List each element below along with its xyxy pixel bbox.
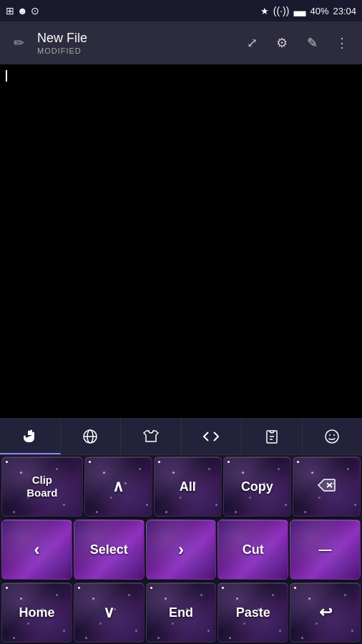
paste-key[interactable]: Paste (217, 582, 288, 643)
settings-button[interactable]: ⚙ (270, 31, 293, 54)
android-icon: ☻ (17, 5, 28, 16)
title-actions: ⤢ ⚙ ✎ ⋮ (240, 31, 353, 54)
arrow-down-key[interactable]: ∨ (74, 582, 145, 643)
cut-key[interactable]: Cut (217, 519, 288, 580)
arrow-right-key[interactable]: › (146, 519, 217, 580)
code-icon-key[interactable] (182, 418, 243, 454)
edit-file-icon: ✏ (9, 33, 29, 53)
clipboard-key[interactable]: ClipBoard (1, 457, 83, 517)
keyboard-row-3: Home ∨ End Paste ↩ (0, 581, 362, 644)
wifi-icon: ((·)) (273, 5, 290, 16)
hand-icon-key[interactable] (0, 418, 61, 454)
arrow-left-key[interactable]: ‹ (1, 519, 72, 580)
home-key[interactable]: Home (1, 582, 72, 643)
title-bar: ✏ New File MODIFIED ⤢ ⚙ ✎ ⋮ (0, 21, 362, 64)
signal-icon: ▄▄ (293, 6, 305, 16)
status-bar: ⊞ ☻ ⊙ ★ ((·)) ▄▄ 40% 23:04 (0, 0, 362, 21)
status-right-icons: ★ ((·)) ▄▄ 40% 23:04 (260, 5, 356, 16)
file-status: MODIFIED (37, 47, 240, 55)
expand-button[interactable]: ⤢ (240, 31, 263, 54)
battery-level: 40% (310, 6, 328, 16)
pen-button[interactable]: ✎ (300, 31, 323, 54)
end-key[interactable]: End (146, 582, 217, 643)
keyboard-row-2: ‹ Select › Cut — (0, 518, 362, 581)
dash-key[interactable]: — (290, 519, 361, 580)
globe-icon-key[interactable] (61, 418, 122, 454)
all-key[interactable]: All (154, 457, 222, 517)
file-title: New File (37, 31, 240, 47)
backspace-key[interactable] (293, 457, 361, 517)
svg-point-8 (333, 434, 335, 436)
emoji-icon-key[interactable] (303, 418, 363, 454)
special-keys-row (0, 418, 362, 455)
clipboard-icon-key[interactable] (242, 418, 303, 454)
title-text-area: New File MODIFIED (37, 31, 240, 55)
keyboard-row-1: ClipBoard ∧ All Copy (0, 455, 362, 518)
keyboard-container: ClipBoard ∧ All Copy ‹ Select (0, 418, 362, 644)
time-display: 23:04 (333, 6, 356, 16)
arrow-up-key[interactable]: ∧ (84, 457, 152, 517)
svg-point-6 (326, 430, 338, 443)
svg-point-7 (329, 434, 331, 436)
status-left-icons: ⊞ ☻ ⊙ (6, 5, 39, 16)
cursor (6, 70, 7, 82)
editor-area[interactable] (0, 64, 362, 343)
grid-icon: ⊞ (6, 5, 14, 16)
tshirt-icon-key[interactable] (121, 418, 182, 454)
copy-key[interactable]: Copy (223, 457, 291, 517)
more-button[interactable]: ⋮ (331, 31, 353, 54)
select-key[interactable]: Select (74, 519, 145, 580)
star-icon: ★ (260, 6, 269, 16)
return-key[interactable]: ↩ (290, 582, 361, 643)
sync-icon: ⊙ (31, 5, 39, 16)
